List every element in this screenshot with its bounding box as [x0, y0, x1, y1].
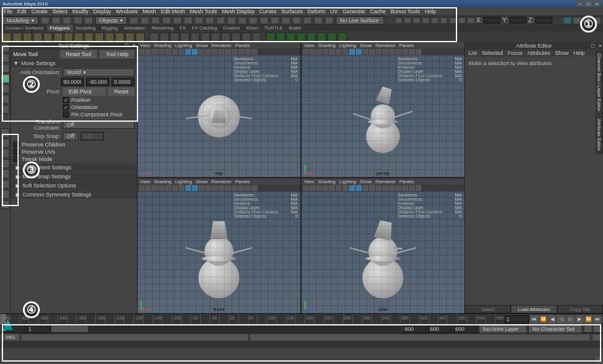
menu-generate[interactable]: Generate — [343, 8, 365, 14]
time-slider[interactable]: -460-420-380-340-300-260-220-180-140-100… — [0, 313, 603, 324]
vp-gate-mask-icon[interactable] — [343, 185, 349, 191]
history-icon[interactable] — [292, 17, 301, 24]
vp-xray-icon[interactable] — [225, 185, 231, 191]
separate-icon[interactable] — [160, 33, 169, 42]
sel-mask-icon[interactable] — [216, 17, 225, 24]
soft-selection-section[interactable]: ▶Soft Selection Options — [11, 181, 137, 190]
sel-mask-icon[interactable] — [151, 17, 160, 24]
select-tool-icon[interactable] — [1, 43, 10, 52]
symmetry-section[interactable]: ▶Common Symmetry Settings — [11, 190, 137, 199]
sel-mask-icon[interactable] — [140, 17, 149, 24]
redo-icon[interactable] — [84, 17, 93, 24]
vp-textured-icon[interactable] — [198, 185, 204, 191]
persp-graph-layout-icon[interactable] — [1, 159, 10, 168]
snap-curve-icon[interactable] — [238, 17, 247, 24]
menu-mesh-tools[interactable]: Mesh Tools — [190, 8, 217, 14]
close-button[interactable]: × — [593, 1, 601, 7]
vp-isolate-icon[interactable] — [382, 185, 388, 191]
panel-close-icon[interactable]: × — [133, 42, 136, 48]
poly-prism-icon[interactable] — [64, 33, 73, 42]
reset-tool-button[interactable]: Reset Tool — [60, 50, 97, 58]
ae-select-tab[interactable]: Select — [465, 305, 511, 313]
range-slider[interactable] — [52, 326, 402, 332]
poly-soccer-icon[interactable] — [105, 33, 114, 42]
vp-gate-mask-icon[interactable] — [178, 185, 185, 191]
paint-select-icon[interactable] — [1, 64, 10, 73]
viewport-canvas[interactable]: Backfaces:N/A Smoothness:N/A Instance:N/… — [302, 192, 464, 313]
vp-grid-icon[interactable] — [323, 185, 329, 191]
x-field[interactable] — [484, 17, 500, 24]
vp-textured-icon[interactable] — [362, 49, 368, 55]
connect-icon[interactable] — [286, 33, 295, 42]
shelf-tab-fx[interactable]: FX — [177, 25, 189, 31]
vp-image-plane-icon[interactable] — [316, 185, 322, 191]
vp-wireframe-icon[interactable] — [185, 185, 191, 191]
vp-motion-blur-icon[interactable] — [409, 49, 415, 55]
target-weld-icon[interactable] — [276, 33, 285, 42]
hypershade-layout-icon[interactable] — [1, 169, 10, 178]
vp-menu-view[interactable]: View — [140, 179, 150, 184]
ae-load-attrs-tab[interactable]: Load Attributes — [511, 305, 557, 313]
vp-xray-icon[interactable] — [389, 185, 395, 191]
vp-wireframe-icon[interactable] — [185, 49, 191, 55]
vp-shaded-icon[interactable] — [192, 49, 198, 55]
go-to-end-icon[interactable]: ⏭ — [593, 315, 602, 324]
vp-wireframe-icon[interactable] — [349, 185, 355, 191]
position-checkbox[interactable]: ✓ — [63, 97, 69, 103]
vp-film-gate-icon[interactable] — [329, 49, 335, 55]
menu-file[interactable]: File — [4, 8, 13, 14]
sel-mask-icon[interactable] — [173, 17, 182, 24]
abs-rel-icon[interactable] — [467, 17, 475, 24]
open-scene-icon[interactable] — [52, 17, 60, 24]
multicut-icon[interactable] — [266, 33, 275, 42]
menu-select[interactable]: Select — [52, 8, 68, 14]
step-forward-key-icon[interactable]: ⏩ — [584, 315, 593, 324]
vp-gate-mask-icon[interactable] — [178, 49, 185, 55]
scale-tool-icon[interactable] — [1, 95, 10, 104]
vp-shadows-icon[interactable] — [212, 49, 218, 55]
vp-menu-panels[interactable]: Panels — [399, 43, 414, 48]
reduce-icon[interactable] — [252, 33, 261, 42]
smooth-icon[interactable] — [232, 33, 241, 42]
coord-y-input[interactable] — [86, 78, 109, 86]
shelf-tab-curves[interactable]: Curves / Surfaces — [2, 25, 47, 31]
ae-menu-focus[interactable]: Focus — [508, 50, 523, 56]
vp-menu-lighting[interactable]: Lighting — [339, 43, 356, 48]
shelf-tab-fxcaching[interactable]: FX Caching — [189, 25, 220, 31]
snap-live-icon[interactable] — [271, 17, 279, 24]
vp-xray-icon[interactable] — [389, 49, 395, 55]
crease-icon[interactable] — [327, 33, 336, 42]
vp-isolate-icon[interactable] — [218, 49, 224, 55]
coord-x-input[interactable] — [61, 78, 84, 86]
menu-mesh-display[interactable]: Mesh Display — [222, 8, 254, 14]
vp-ao-icon[interactable] — [396, 49, 402, 55]
step-back-icon[interactable]: ◀ — [548, 315, 557, 324]
vp-menu-lighting[interactable]: Lighting — [339, 179, 356, 184]
vp-ao-icon[interactable] — [232, 49, 238, 55]
rotate-tool-icon[interactable] — [1, 84, 10, 93]
vp-textured-icon[interactable] — [198, 49, 204, 55]
vp-resolution-gate-icon[interactable] — [172, 185, 178, 191]
insert-edge-icon[interactable] — [307, 33, 316, 42]
maximize-button[interactable]: □ — [585, 1, 592, 7]
vp-grid-icon[interactable] — [323, 49, 329, 55]
coord-z-input[interactable] — [112, 78, 134, 86]
joint-orient-section[interactable]: ▶Joint Orient Settings — [11, 163, 137, 172]
shelf-tab-sculpting[interactable]: Sculpting — [73, 25, 99, 31]
vp-textured-icon[interactable] — [362, 185, 368, 191]
vp-shaded-icon[interactable] — [356, 49, 362, 55]
vp-bookmark-icon[interactable] — [309, 185, 315, 191]
history-icon[interactable] — [282, 17, 290, 24]
sel-mask-icon[interactable] — [184, 17, 192, 24]
live-surface-field[interactable]: No Live Surface — [336, 16, 384, 25]
poly-helix-icon[interactable] — [95, 33, 104, 42]
shelf-tab-rendering[interactable]: Rendering — [148, 25, 177, 31]
vp-isolate-icon[interactable] — [218, 185, 224, 191]
vp-image-plane-icon[interactable] — [152, 49, 158, 55]
poly-plane-icon[interactable] — [43, 33, 52, 42]
vp-lights-icon[interactable] — [369, 49, 375, 55]
menu-help[interactable]: Help — [425, 8, 437, 14]
vp-menu-panels[interactable]: Panels — [235, 43, 250, 48]
vp-dof-icon[interactable] — [251, 49, 257, 55]
save-scene-icon[interactable] — [63, 17, 71, 24]
